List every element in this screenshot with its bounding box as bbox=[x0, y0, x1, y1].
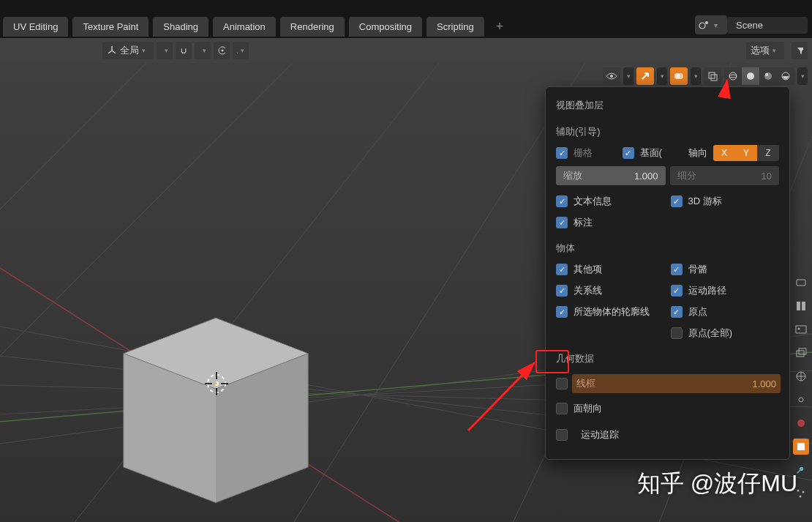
floor-checkbox[interactable]: ✓ bbox=[623, 147, 634, 159]
svg-rect-31 bbox=[711, 75, 717, 81]
wireframe-checkbox[interactable] bbox=[556, 378, 568, 389]
solid-sphere-icon bbox=[745, 71, 756, 81]
prop-tab-render[interactable] bbox=[793, 275, 809, 291]
svg-rect-49 bbox=[797, 443, 805, 450]
add-workspace-button[interactable]: + bbox=[489, 16, 511, 37]
falloff-icon bbox=[237, 46, 238, 55]
grid-checkbox[interactable]: ✓ bbox=[556, 147, 568, 159]
prop-tab-world[interactable] bbox=[793, 368, 809, 384]
scene-name-field[interactable]: Scene bbox=[727, 17, 808, 34]
svg-point-48 bbox=[797, 420, 805, 427]
text-info-checkbox[interactable]: ✓ bbox=[556, 195, 568, 207]
tab-uv-editing[interactable]: UV Editing bbox=[3, 17, 68, 37]
arrow-icon bbox=[640, 71, 650, 81]
axis-z-toggle[interactable]: Z bbox=[757, 145, 779, 161]
prop-tab-scene[interactable] bbox=[793, 345, 809, 361]
filter-icon[interactable] bbox=[792, 42, 808, 59]
cursor3d-checkbox[interactable]: ✓ bbox=[671, 195, 683, 207]
wireframe-opacity-field[interactable]: 线框 1.000 bbox=[572, 374, 781, 393]
svg-point-36 bbox=[765, 73, 768, 76]
tab-texture-paint[interactable]: Texture Paint bbox=[72, 17, 149, 37]
relationships-label: 关系线 bbox=[574, 284, 602, 297]
svg-point-22 bbox=[215, 382, 218, 385]
object-icon bbox=[795, 441, 807, 452]
face-orientation-checkbox[interactable] bbox=[556, 403, 568, 414]
overlay-icon bbox=[674, 71, 684, 81]
popover-title: 视图叠加层 bbox=[556, 99, 779, 112]
text-info-label: 文本信息 bbox=[574, 195, 612, 208]
image-icon bbox=[795, 324, 807, 335]
tab-rendering[interactable]: Rendering bbox=[280, 17, 345, 37]
visibility-dropdown[interactable]: ▾ bbox=[623, 67, 634, 85]
scale-field[interactable]: 缩放1.000 bbox=[556, 166, 666, 185]
shading-matprev[interactable] bbox=[759, 67, 777, 85]
shading-rendered[interactable] bbox=[777, 67, 794, 85]
shading-solid[interactable] bbox=[742, 67, 759, 85]
shading-dropdown[interactable]: ▾ bbox=[797, 67, 808, 85]
3d-cursor bbox=[203, 370, 230, 397]
svg-point-44 bbox=[798, 328, 800, 330]
visibility-toggle[interactable] bbox=[603, 67, 620, 85]
circle-dot-icon bbox=[218, 46, 225, 55]
svg-point-52 bbox=[800, 496, 802, 498]
prop-tab-output[interactable] bbox=[793, 298, 809, 314]
overlay-dropdown[interactable]: ▾ bbox=[691, 67, 701, 85]
svg-point-4 bbox=[222, 50, 224, 52]
camera-back-icon bbox=[795, 277, 807, 288]
gizmo-toggle[interactable] bbox=[636, 67, 654, 85]
axis-label: 轴向 bbox=[688, 146, 707, 160]
grid-snap-icon bbox=[199, 45, 200, 56]
svg-point-34 bbox=[747, 72, 754, 80]
annotations-checkbox[interactable]: ✓ bbox=[556, 217, 568, 228]
axis-y-toggle[interactable]: Y bbox=[735, 145, 757, 161]
origins-label: 原点 bbox=[688, 305, 707, 318]
overlay-toggle[interactable] bbox=[670, 67, 688, 85]
tab-scripting[interactable]: Scripting bbox=[426, 17, 484, 37]
subdiv-field[interactable]: 细分10 bbox=[670, 166, 780, 185]
prop-tab-collection[interactable] bbox=[793, 392, 809, 408]
svg-line-13 bbox=[293, 63, 585, 522]
motion-paths-checkbox[interactable]: ✓ bbox=[671, 285, 683, 297]
svg-rect-41 bbox=[797, 302, 800, 310]
gizmo-dropdown[interactable]: ▾ bbox=[657, 67, 667, 85]
extras-checkbox[interactable]: ✓ bbox=[556, 264, 568, 275]
motion-tracking-checkbox[interactable] bbox=[556, 429, 568, 441]
proportional-toggle[interactable] bbox=[214, 42, 230, 59]
svg-point-1 bbox=[705, 21, 708, 24]
relationships-checkbox[interactable]: ✓ bbox=[556, 285, 568, 297]
proportional-falloff[interactable]: ▾ bbox=[233, 42, 249, 59]
prop-tab-constraints[interactable] bbox=[793, 415, 809, 431]
grid-label: 栅格 bbox=[574, 146, 593, 160]
svg-rect-30 bbox=[709, 72, 715, 78]
tab-animation[interactable]: Animation bbox=[213, 17, 276, 37]
chevron-down-icon: ▾ bbox=[714, 21, 724, 29]
pivot-point[interactable]: ▾ bbox=[157, 42, 173, 59]
xray-toggle[interactable] bbox=[704, 67, 721, 85]
origins-all-checkbox[interactable] bbox=[671, 327, 683, 339]
outline-selected-checkbox[interactable]: ✓ bbox=[556, 306, 568, 318]
world-icon bbox=[795, 370, 807, 382]
tab-compositing[interactable]: Compositing bbox=[349, 17, 422, 37]
snap-mode[interactable]: ▾ bbox=[195, 42, 211, 59]
shading-wireframe[interactable] bbox=[724, 67, 742, 85]
eye-icon bbox=[606, 72, 617, 81]
filter-icon bbox=[796, 45, 803, 56]
scene-icon bbox=[696, 17, 713, 33]
objects-section-header: 物体 bbox=[556, 242, 779, 255]
face-orientation-label: 面朝向 bbox=[574, 402, 602, 415]
svg-point-0 bbox=[699, 23, 705, 29]
options-dropdown[interactable]: 选项▾ bbox=[746, 42, 784, 59]
prop-tab-view[interactable] bbox=[793, 321, 809, 338]
scene-selector[interactable]: ▾ bbox=[695, 15, 727, 34]
axes-icon bbox=[107, 45, 117, 56]
bones-checkbox[interactable]: ✓ bbox=[671, 264, 683, 275]
prop-tab-object[interactable] bbox=[793, 439, 809, 455]
axis-x-toggle[interactable]: X bbox=[713, 145, 735, 161]
tab-shading[interactable]: Shading bbox=[153, 17, 208, 37]
magnet-icon bbox=[180, 45, 187, 56]
transform-orientation[interactable]: 全局▾ bbox=[102, 42, 154, 59]
motion-paths-label: 运动路径 bbox=[688, 284, 726, 297]
snap-toggle[interactable] bbox=[176, 42, 192, 59]
origins-checkbox[interactable]: ✓ bbox=[671, 306, 683, 318]
geometry-section-header: 几何数据 bbox=[556, 352, 779, 365]
